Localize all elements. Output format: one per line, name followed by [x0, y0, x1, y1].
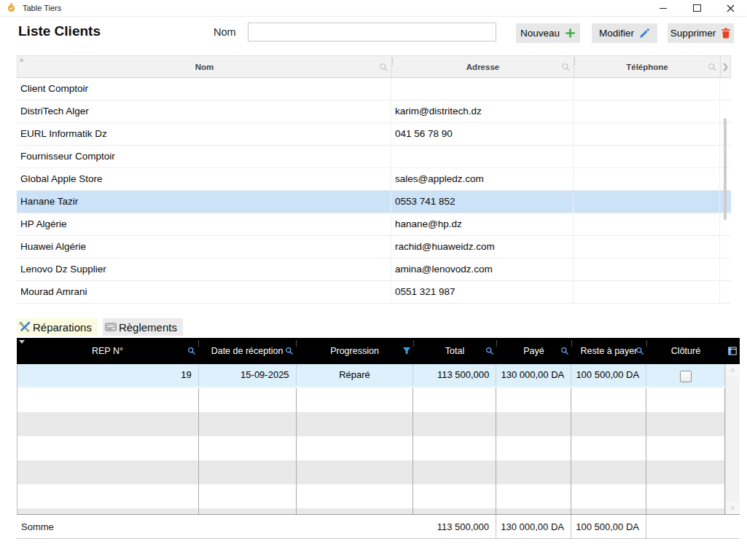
summary-label: Somme: [17, 521, 413, 532]
table-row[interactable]: HP Algérie hanane@hp.dz: [17, 213, 731, 236]
empty-cell: [17, 412, 199, 436]
repairs-table-header: REP N° Date de réception Progression Tot…: [17, 338, 740, 364]
column-resize-handle[interactable]: [574, 58, 575, 65]
client-name-cell: EURL Informatik Dz: [17, 123, 391, 145]
column-resize-handle[interactable]: [646, 341, 647, 347]
empty-cell: [496, 460, 571, 484]
tools-icon: [19, 321, 31, 333]
search-icon[interactable]: [560, 347, 569, 355]
column-header-reste-a-payer[interactable]: Reste à payer: [571, 338, 646, 364]
table-row[interactable]: EURL Informatik Dz 041 56 78 90: [17, 123, 731, 146]
column-resize-handle[interactable]: [413, 341, 414, 347]
column-header-total[interactable]: Total: [413, 338, 496, 364]
vertical-scrollbar[interactable]: [724, 118, 727, 220]
column-header-date-reception[interactable]: Date de réception: [198, 338, 296, 364]
table-row: [17, 436, 725, 460]
new-button[interactable]: Nouveau: [516, 23, 580, 43]
new-button-label: Nouveau: [520, 28, 560, 39]
column-header-adresse[interactable]: Adresse: [392, 56, 574, 77]
scroll-up-icon[interactable]: ˄: [726, 364, 740, 376]
column-header-telephone[interactable]: Téléphone: [574, 56, 721, 77]
empty-cell: [297, 388, 414, 412]
empty-cell: [571, 508, 646, 514]
close-icon: [727, 4, 735, 12]
table-row[interactable]: Mourad Amrani 0551 321 987: [17, 281, 731, 304]
spacer-cell: [720, 236, 730, 258]
table-row[interactable]: 19 15-09-2025 Réparé 113 500,000 130 000…: [17, 364, 725, 388]
search-icon[interactable]: [635, 347, 644, 355]
empty-cell: [571, 388, 646, 412]
search-icon[interactable]: [485, 347, 494, 355]
summary-paye: 130 000,00 DA: [496, 515, 571, 539]
column-resize-handle[interactable]: [496, 341, 497, 347]
empty-cell: [413, 460, 496, 484]
close-button[interactable]: [713, 0, 747, 16]
filter-icon[interactable]: [402, 347, 411, 355]
edit-button[interactable]: Modifier: [592, 23, 657, 43]
empty-cell: [646, 436, 725, 460]
empty-cell: [297, 484, 414, 508]
empty-cell: [496, 508, 571, 514]
maximize-button[interactable]: [680, 0, 713, 16]
column-resize-handle[interactable]: [571, 341, 572, 347]
tab-reglements[interactable]: Règlements: [103, 318, 183, 336]
table-row[interactable]: Hanane Tazir 0553 741 852: [17, 191, 731, 213]
empty-cell: [199, 388, 297, 412]
empty-cell: [297, 508, 414, 514]
column-header-paye[interactable]: Payé: [496, 338, 571, 364]
empty-cell: [199, 460, 297, 484]
tab-reparations[interactable]: Réparations: [17, 318, 98, 336]
client-address-cell: amina@lenovodz.com: [391, 259, 574, 280]
table-row[interactable]: DistriTech Alger karim@distritech.dz: [17, 100, 731, 123]
total-cell: 113 500,000: [413, 364, 496, 386]
client-address-cell: rachid@huaweidz.com: [391, 236, 574, 258]
empty-cell: [646, 412, 725, 436]
column-chooser-button[interactable]: [725, 338, 740, 364]
table-row[interactable]: Client Comptoir: [17, 78, 731, 100]
empty-cell: [297, 436, 414, 460]
cloture-cell: [646, 364, 725, 386]
repairs-table: REP N° Date de réception Progression Tot…: [17, 338, 740, 539]
table-row[interactable]: Lenovo Dz Supplier amina@lenovodz.com: [17, 259, 731, 281]
search-icon[interactable]: [285, 347, 294, 355]
column-resize-handle[interactable]: [296, 341, 297, 347]
next-column-button[interactable]: ❯: [721, 56, 730, 77]
client-name-cell: Lenovo Dz Supplier: [17, 259, 391, 280]
column-header-cloture[interactable]: Clôturé: [646, 338, 725, 364]
search-icon[interactable]: [561, 63, 570, 71]
empty-cell: [496, 484, 571, 508]
empty-cell: [17, 436, 199, 460]
vertical-scrollbar[interactable]: ˄ ˅: [725, 364, 740, 514]
empty-cell: [413, 388, 496, 412]
table-row[interactable]: Global Apple Store sales@appledz.com: [17, 168, 731, 191]
column-header-progression[interactable]: Progression: [296, 338, 413, 364]
client-address-cell: karim@distritech.dz: [391, 100, 574, 122]
search-icon[interactable]: [187, 347, 196, 355]
repairs-table-body: 19 15-09-2025 Réparé 113 500,000 130 000…: [17, 364, 725, 514]
empty-cell: [413, 484, 496, 508]
table-row: [17, 412, 725, 436]
minimize-button[interactable]: [646, 0, 680, 16]
table-row[interactable]: Fournisseur Comptoir: [17, 146, 731, 168]
pencil-icon: [639, 28, 650, 39]
table-row[interactable]: Huawei Algérie rachid@huaweidz.com: [17, 236, 731, 259]
empty-cell: [17, 460, 199, 484]
delete-button[interactable]: Supprimer: [668, 23, 734, 43]
search-icon[interactable]: [708, 63, 716, 71]
cloture-checkbox[interactable]: [680, 371, 692, 382]
empty-cell: [17, 388, 199, 412]
column-resize-handle[interactable]: [392, 58, 393, 65]
search-input[interactable]: [248, 23, 496, 42]
scroll-down-icon[interactable]: ˅: [726, 502, 740, 514]
spacer-cell: [720, 78, 730, 100]
empty-cell: [297, 412, 414, 436]
column-header-nom[interactable]: ˄ Nom: [17, 56, 392, 77]
search-icon[interactable]: [379, 63, 388, 71]
client-address-cell: hanane@hp.dz: [391, 213, 574, 235]
column-resize-handle[interactable]: [198, 341, 199, 347]
client-name-cell: Client Comptoir: [17, 78, 391, 100]
column-header-label: Téléphone: [626, 63, 668, 71]
search-label: Nom: [214, 26, 236, 38]
empty-cell: [413, 412, 496, 436]
column-header-rep-no[interactable]: REP N°: [17, 338, 198, 364]
